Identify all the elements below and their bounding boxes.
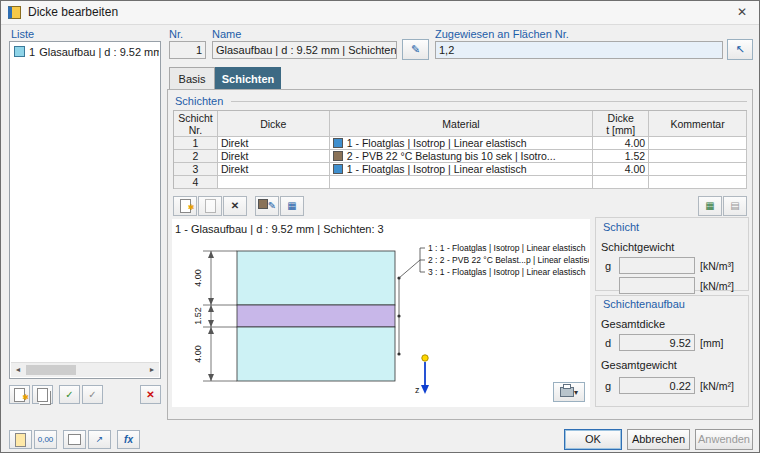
material-edit-icon: ✎ [268,200,276,211]
scroll-right-icon[interactable]: ► [145,363,159,376]
table-row[interactable]: 3 Direkt 1 - Floatglas | Isotrop | Linea… [174,163,747,176]
cell-material[interactable]: 1 - Floatglas | Isotrop | Linear elastis… [330,137,594,150]
export-icon: ▦ [705,200,714,211]
material-text: 1 - Floatglas | Isotrop | Linear elastis… [347,138,527,149]
table-body: 1 Direkt 1 - Floatglas | Isotrop | Linea… [174,137,747,189]
tab-basis[interactable]: Basis [169,67,215,89]
preview-title: 1 - Glasaufbau | d : 9.52 mm | Schichten… [175,223,388,235]
table-row[interactable]: 2 Direkt 2 - PVB 22 °C Belastung bis 10 … [174,150,747,163]
red-x-icon: ✕ [146,389,154,400]
library-icon: ▦ [287,200,296,211]
cell-material[interactable]: 1 - Floatglas | Isotrop | Linear elastis… [330,163,594,176]
dim-arrow [208,374,214,381]
cell-thickness[interactable]: 4.00 [593,163,649,176]
copy-layer-button[interactable] [198,196,222,216]
add-layer-button[interactable]: ✱ [173,196,197,216]
delete-thickness-button[interactable]: ✕ [140,385,161,404]
unit-kn-m2-total: [kN/m²] [700,380,734,392]
select-all-button[interactable]: ✓ [59,385,80,404]
cell-thickness[interactable]: 4.00 [593,137,649,150]
cell-thickness[interactable]: 1.52 [593,150,649,163]
cell-kommentar[interactable] [649,150,747,163]
cell-dicke[interactable]: Direkt [218,137,330,150]
pencil-icon: ✎ [411,43,420,55]
printer-icon [560,387,574,397]
nr-field: 1 [169,41,206,59]
new-from-template-button[interactable] [9,430,32,449]
glass-layer-bottom [237,327,395,381]
dim-label-top: 4.00 [193,269,203,287]
list-item-nr: 1 [29,46,35,58]
header-t2: t [mm] [606,124,635,136]
cell-material[interactable] [330,176,594,189]
edit-name-button[interactable]: ✎ [402,39,429,60]
title-bar[interactable]: Dicke bearbeiten ✕ [1,1,759,25]
apply-button: Anwenden [695,429,753,450]
new-thickness-button[interactable]: ✱ [9,385,30,404]
cell-material[interactable]: 2 - PVB 22 °C Belastung bis 10 sek | Iso… [330,150,594,163]
dicke-bearbeiten-dialog: Dicke bearbeiten ✕ Liste 1 Glasaufbau | … [0,0,760,453]
cell-kommentar[interactable] [649,176,747,189]
unit-kn-m3: [kN/m³] [700,260,734,272]
apply-to-selection-button[interactable]: ↗ [88,430,111,449]
close-icon[interactable]: ✕ [725,1,759,23]
header-dicke-label: Dicke [260,118,286,130]
display-settings-button[interactable] [63,430,86,449]
cell-dicke[interactable] [218,176,330,189]
ok-button[interactable]: OK [564,429,622,450]
units-decimals-button[interactable]: 0,00 [34,430,57,449]
header-kommentar-label: Kommentar [670,118,724,130]
fx-icon: fx [124,434,133,445]
print-button[interactable]: ▾ [553,382,585,402]
tab-schichten[interactable]: Schichten [215,67,281,89]
check-gray-icon: ✓ [88,389,96,400]
delete-icon: ✕ [231,200,239,211]
leader-dot [397,314,400,317]
name-field[interactable]: Glasaufbau | d : 9.52 mm | Schichten: 3 [212,41,397,59]
cell-nr: 1 [174,137,218,150]
layers-table[interactable]: Schicht Nr. Dicke Material Dicke t [mm] … [173,110,747,189]
legend-line-2: 2 : 2 - PVB 22 °C Belast...p | Linear el… [428,255,589,265]
select-surfaces-button[interactable]: ↖ [727,39,753,60]
delete-layer-button[interactable]: ✕ [223,196,247,216]
edit-material-button[interactable]: ✎ [255,196,279,216]
star-icon: ✱ [22,389,29,406]
table-import-button[interactable]: ▤ [723,196,747,216]
formula-button[interactable]: fx [117,430,140,449]
thickness-list[interactable]: 1 Glasaufbau | d : 9.52 mm | Schic ◄ ► [9,41,161,379]
material-library-button[interactable]: ▦ [280,196,304,216]
table-header-row: Schicht Nr. Dicke Material Dicke t [mm] … [174,111,747,137]
table-export-button[interactable]: ▦ [698,196,722,216]
buildup-panel-title: Schichtenaufbau [600,298,688,310]
assigned-surfaces-field[interactable]: 1,2 [435,41,723,59]
list-item[interactable]: 1 Glasaufbau | d : 9.52 mm | Schic [11,43,159,60]
material-color-icon [333,164,343,174]
list-horizontal-scrollbar[interactable]: ◄ ► [11,362,159,377]
unit-kn-m2: [kN/m²] [700,280,734,292]
cell-kommentar[interactable] [649,137,747,150]
cell-dicke[interactable]: Direkt [218,163,330,176]
scrollbar-thumb[interactable] [26,365,76,375]
table-row[interactable]: 4 [174,176,747,189]
list-panel-label: Liste [11,28,34,40]
header-schicht-nr: Schicht Nr. [174,111,218,137]
table-row[interactable]: 1 Direkt 1 - Floatglas | Isotrop | Linea… [174,137,747,150]
d-label: d [605,337,611,349]
material-text: 1 - Floatglas | Isotrop | Linear elastis… [347,164,527,175]
cell-dicke[interactable]: Direkt [218,150,330,163]
cell-kommentar[interactable] [649,163,747,176]
cancel-button[interactable]: Abbrechen [627,429,690,450]
cell-thickness[interactable] [593,176,649,189]
cross-section-diagram: 4.00 1.52 4.00 1 : 1 - Floatglas | Isotr… [173,237,589,407]
nr-label: Nr. [169,28,183,40]
dim-arrow [208,298,214,305]
z-axis-label: z [415,385,420,395]
node-icon [422,355,428,361]
header-material: Material [330,111,594,137]
total-weight-field: 0.22 [619,377,695,394]
copy-thickness-button[interactable] [32,385,53,404]
deselect-all-button[interactable]: ✓ [82,385,103,404]
material-text: 2 - PVB 22 °C Belastung bis 10 sek | Iso… [347,151,556,162]
assigned-surfaces-label: Zugewiesen an Flächen Nr. [435,28,569,40]
scroll-left-icon[interactable]: ◄ [11,363,25,376]
